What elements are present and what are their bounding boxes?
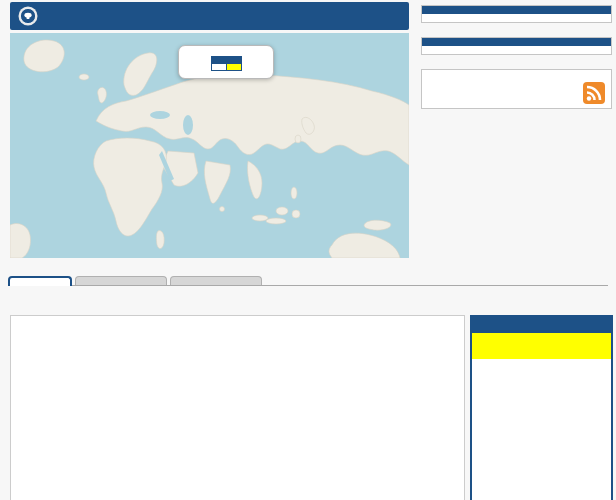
tab-bar: [8, 264, 608, 286]
popup-table: [211, 56, 242, 71]
bar-chart: [11, 316, 466, 500]
city-select-box: [421, 5, 612, 23]
popup-aqi-header: [226, 57, 241, 64]
sidebar: [421, 5, 612, 117]
app-header: [10, 2, 409, 30]
parameter-select-box: [421, 37, 612, 55]
tab-aqi[interactable]: [8, 276, 72, 286]
current-conditions-header: [472, 317, 611, 333]
parameter-select-label: [422, 38, 611, 46]
popup-pollutant-value: [211, 64, 226, 71]
rss-icon[interactable]: [583, 82, 605, 104]
popup-aqi-value: [226, 64, 241, 71]
tab-concentration[interactable]: [75, 276, 167, 285]
aqi-chart-panel: [10, 315, 465, 500]
city-select-label: [422, 6, 611, 14]
left-column: [10, 2, 409, 258]
current-aqi-box: [472, 333, 611, 359]
feed-box: [421, 69, 612, 109]
popup-pollutant-header: [211, 57, 226, 64]
current-conditions-panel: [470, 315, 613, 500]
map-popup: [178, 45, 274, 79]
tab-historical[interactable]: [170, 276, 262, 285]
parameter-select[interactable]: [422, 46, 611, 54]
city-select[interactable]: [422, 14, 611, 22]
world-map[interactable]: [10, 33, 409, 258]
state-department-seal-icon: [18, 6, 38, 26]
